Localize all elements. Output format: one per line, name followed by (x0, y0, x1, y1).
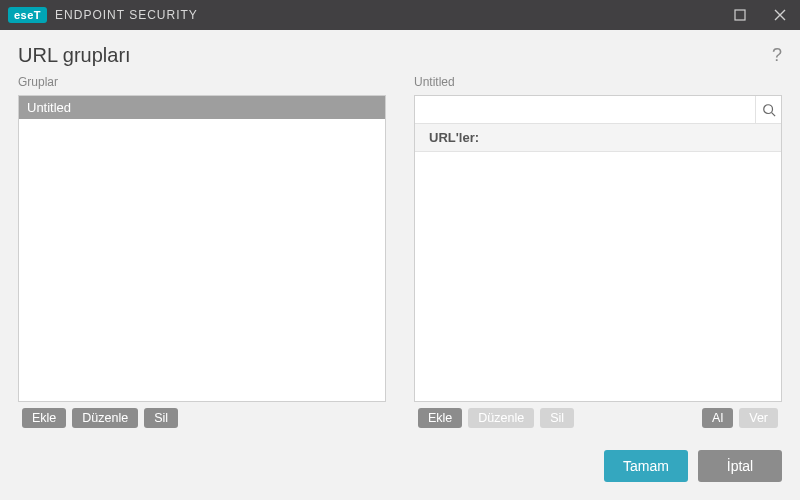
url-search-input[interactable] (415, 96, 755, 123)
titlebar: eseT ENDPOINT SECURITY (0, 0, 800, 30)
brand-text: ENDPOINT SECURITY (55, 8, 198, 22)
urls-import-button[interactable]: Al (702, 408, 733, 428)
main-panes: Gruplar Untitled Ekle Düzenle Sil Untitl… (0, 75, 800, 432)
svg-point-1 (763, 104, 772, 113)
groups-edit-button[interactable]: Düzenle (72, 408, 138, 428)
groups-add-button[interactable]: Ekle (22, 408, 66, 428)
groups-label: Gruplar (18, 75, 386, 89)
url-list (415, 152, 781, 401)
urls-export-button: Ver (739, 408, 778, 428)
groups-pane: Gruplar Untitled Ekle Düzenle Sil (18, 75, 386, 432)
urls-add-button[interactable]: Ekle (418, 408, 462, 428)
close-icon (774, 9, 786, 21)
help-icon[interactable]: ? (772, 45, 782, 66)
groups-list: Untitled (19, 96, 385, 401)
urls-edit-button: Düzenle (468, 408, 534, 428)
urls-pane: Untitled URL'ler: Ekle Düzenle Sil Al Ve… (414, 75, 782, 432)
dialog-footer: Tamam İptal (0, 432, 800, 500)
groups-body: Untitled (18, 95, 386, 402)
svg-rect-0 (735, 10, 745, 20)
dialog-header: URL grupları ? (0, 30, 800, 75)
urls-delete-button: Sil (540, 408, 574, 428)
search-icon (762, 103, 776, 117)
brand-badge: eseT (8, 7, 47, 23)
window-close-button[interactable] (760, 0, 800, 30)
group-item[interactable]: Untitled (19, 96, 385, 119)
ok-button[interactable]: Tamam (604, 450, 688, 482)
page-title: URL grupları (18, 44, 772, 67)
url-search-button[interactable] (755, 96, 781, 123)
urls-body: URL'ler: (414, 95, 782, 402)
cancel-button[interactable]: İptal (698, 450, 782, 482)
groups-delete-button[interactable]: Sil (144, 408, 178, 428)
maximize-icon (734, 9, 746, 21)
url-column-header: URL'ler: (415, 124, 781, 152)
urls-toolbar: Ekle Düzenle Sil Al Ver (414, 402, 782, 432)
window-maximize-button[interactable] (720, 0, 760, 30)
groups-toolbar: Ekle Düzenle Sil (18, 402, 386, 432)
urls-label: Untitled (414, 75, 782, 89)
url-searchbar (415, 96, 781, 124)
